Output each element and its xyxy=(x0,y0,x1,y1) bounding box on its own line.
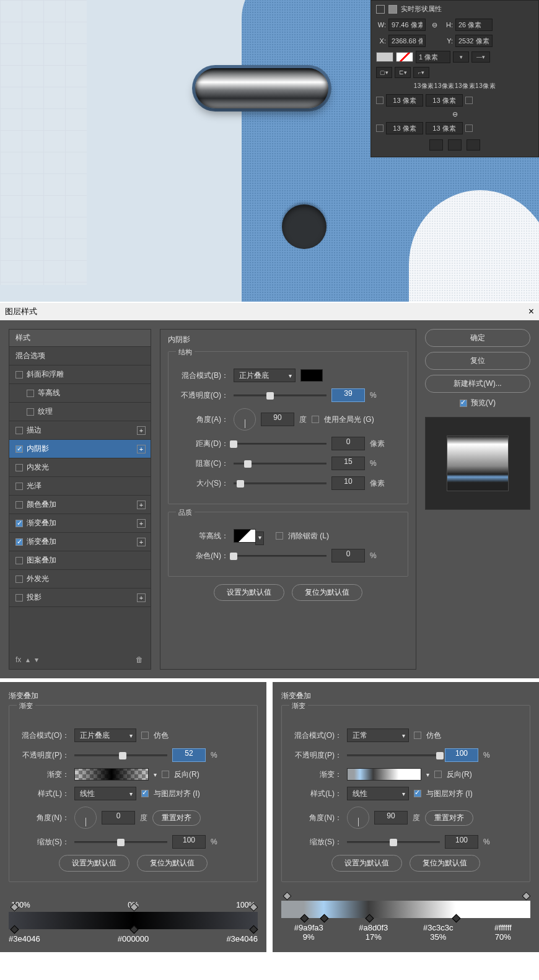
pathop-1-icon[interactable] xyxy=(429,139,443,151)
height-input[interactable] xyxy=(455,19,493,31)
grad2-gradient-bar[interactable] xyxy=(281,901,530,918)
style-item-check[interactable] xyxy=(27,390,34,397)
grad1-opacity-input[interactable]: 52 xyxy=(172,748,206,762)
grad1-blend-select[interactable]: 正片叠底 xyxy=(74,728,136,742)
reset-button[interactable]: 复位 xyxy=(425,352,530,370)
blend-mode-select[interactable]: 正片叠底 xyxy=(234,369,296,382)
add-effect-icon[interactable]: + xyxy=(137,501,146,509)
grad1-set-default-button[interactable]: 设置为默认值 xyxy=(59,855,129,872)
link-corners-icon[interactable]: ⊖ xyxy=(449,110,461,118)
style-item[interactable]: 投影+ xyxy=(9,588,151,607)
grad1-align-check[interactable] xyxy=(141,790,149,797)
corner-tr-input[interactable] xyxy=(426,94,463,107)
reset-default-button[interactable]: 复位为默认值 xyxy=(292,584,362,601)
arrow-up-icon[interactable]: ▴ xyxy=(26,655,30,664)
corner-bl-input[interactable] xyxy=(386,122,423,134)
style-item-check[interactable] xyxy=(15,575,23,583)
grad2-opacity-input[interactable]: 100 xyxy=(445,748,478,762)
set-default-button[interactable]: 设置为默认值 xyxy=(214,584,284,601)
fill-swatch[interactable] xyxy=(376,52,393,62)
width-input[interactable] xyxy=(388,19,426,31)
y-input[interactable] xyxy=(455,35,493,47)
style-item[interactable]: 颜色叠加+ xyxy=(9,496,151,514)
add-effect-icon[interactable]: + xyxy=(137,519,146,528)
link-wh-icon[interactable]: ⊖ xyxy=(428,21,440,29)
corner-bl-check[interactable] xyxy=(376,125,383,132)
ok-button[interactable]: 确定 xyxy=(425,329,530,347)
trash-icon[interactable]: 🗑 xyxy=(136,655,144,664)
shadow-color-swatch[interactable] xyxy=(300,369,323,382)
grad1-gradient-picker[interactable] xyxy=(74,768,149,781)
grad2-scale-input[interactable]: 100 xyxy=(445,835,478,849)
align-dropdown[interactable]: ▢▾ xyxy=(376,67,392,78)
corner-br-check[interactable] xyxy=(465,125,473,132)
style-item-check[interactable] xyxy=(15,594,23,602)
grad2-reset-default-button[interactable]: 复位为默认值 xyxy=(410,855,480,872)
grad2-gradient-picker[interactable] xyxy=(347,768,421,781)
contour-picker[interactable] xyxy=(234,529,256,543)
stroke-swatch[interactable] xyxy=(396,52,413,62)
choke-slider[interactable] xyxy=(234,463,326,465)
grad2-dither-check[interactable] xyxy=(414,732,421,739)
styles-header[interactable]: 样式 xyxy=(9,330,151,347)
grad1-dither-check[interactable] xyxy=(141,732,149,739)
grad2-style-select[interactable]: 线性 xyxy=(347,787,409,800)
join-dropdown[interactable]: ⌐▾ xyxy=(413,67,429,78)
noise-slider[interactable] xyxy=(234,555,326,557)
choke-input[interactable]: 15 xyxy=(331,457,365,470)
corner-br-input[interactable] xyxy=(426,122,463,134)
style-item[interactable]: 等高线 xyxy=(9,384,151,403)
grad2-scale-slider[interactable] xyxy=(347,841,440,843)
grad1-reset-align-button[interactable]: 重置对齐 xyxy=(152,810,201,826)
x-input[interactable] xyxy=(388,35,426,47)
grad1-scale-slider[interactable] xyxy=(74,841,167,843)
style-item-check[interactable] xyxy=(15,520,23,527)
arrow-down-icon[interactable]: ▾ xyxy=(35,655,38,664)
corner-tr-check[interactable] xyxy=(465,97,473,104)
style-item-check[interactable] xyxy=(15,445,23,453)
grad2-blend-select[interactable]: 正常 xyxy=(347,728,409,742)
grad2-angle-input[interactable]: 90 xyxy=(374,811,408,825)
opacity-slider[interactable] xyxy=(234,395,326,396)
add-effect-icon[interactable]: + xyxy=(137,445,146,453)
new-style-button[interactable]: 新建样式(W)... xyxy=(425,375,530,393)
stroke-style-dropdown[interactable]: —▾ xyxy=(471,51,490,63)
style-item-check[interactable] xyxy=(15,427,23,434)
grad2-align-check[interactable] xyxy=(414,790,421,797)
style-item-check[interactable] xyxy=(15,557,23,564)
grad1-scale-input[interactable]: 100 xyxy=(172,835,206,849)
size-slider[interactable] xyxy=(234,483,326,484)
angle-input[interactable]: 90 xyxy=(261,413,294,426)
preview-check[interactable] xyxy=(460,400,467,407)
corner-tl-check[interactable] xyxy=(376,97,383,104)
grad1-gradient-bar[interactable] xyxy=(9,912,258,929)
cap-dropdown[interactable]: ⊏▾ xyxy=(395,67,411,78)
global-light-check[interactable] xyxy=(312,416,319,423)
size-input[interactable]: 10 xyxy=(331,476,365,490)
style-item-check[interactable] xyxy=(15,501,23,509)
style-item-check[interactable] xyxy=(15,483,23,490)
add-effect-icon[interactable]: + xyxy=(137,426,146,435)
grad1-style-select[interactable]: 线性 xyxy=(74,787,136,800)
fx-label[interactable]: fx xyxy=(15,655,21,664)
style-item[interactable]: 外发光 xyxy=(9,570,151,588)
style-item[interactable]: 纹理 xyxy=(9,403,151,421)
add-effect-icon[interactable]: + xyxy=(137,538,146,546)
style-item-check[interactable] xyxy=(27,408,34,416)
add-effect-icon[interactable]: + xyxy=(137,593,146,602)
noise-input[interactable]: 0 xyxy=(331,549,365,562)
style-item[interactable]: 光泽 xyxy=(9,477,151,496)
style-item-check[interactable] xyxy=(15,464,23,471)
antialias-check[interactable] xyxy=(276,532,283,540)
style-item[interactable]: 渐变叠加+ xyxy=(9,514,151,533)
opacity-input[interactable]: 39 xyxy=(331,388,365,402)
style-item[interactable]: 图案叠加 xyxy=(9,551,151,570)
grad2-set-default-button[interactable]: 设置为默认值 xyxy=(331,855,402,872)
style-item-check[interactable] xyxy=(15,538,23,546)
style-item[interactable]: 描边+ xyxy=(9,421,151,440)
close-icon[interactable]: × xyxy=(528,306,534,317)
grad1-opacity-slider[interactable] xyxy=(74,755,167,756)
grad2-opacity-slider[interactable] xyxy=(347,755,440,756)
pathop-3-icon[interactable] xyxy=(467,139,480,151)
style-item-check[interactable] xyxy=(15,371,23,378)
